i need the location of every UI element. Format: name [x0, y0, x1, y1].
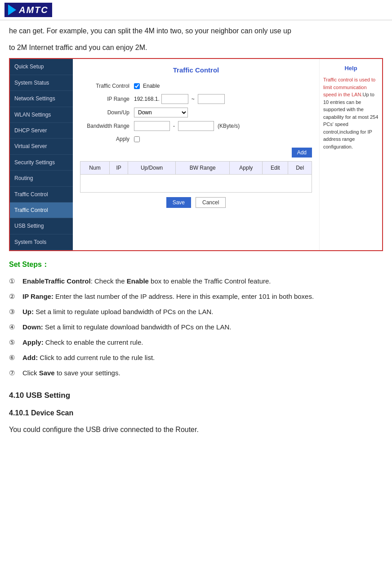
step-1-num: ①	[9, 276, 22, 287]
bandwidth-tilde: -	[173, 122, 175, 130]
table-header-row: Num IP Up/Down BW Range Apply Edit Del	[80, 161, 312, 174]
content: he can get. For example, you can split t…	[0, 20, 392, 445]
step-7-text: Click Save to save your settings.	[22, 368, 120, 378]
step-4-text: Down: Set a limit to regulate download b…	[22, 322, 231, 333]
col-del: Del	[288, 161, 312, 174]
sidebar-item-quick-setup[interactable]: Quick Setup	[10, 59, 73, 75]
step-4-bold: Down:	[22, 323, 43, 331]
step-6: ⑥ Add: Click to add current rule to the …	[9, 352, 383, 363]
step-5: ⑤ Apply: Check to enable the current rul…	[9, 337, 383, 348]
help-text: Traffic control is used to limit communi…	[323, 76, 379, 150]
kbyte-label: (KByte/s)	[218, 122, 240, 130]
step-6-bold: Add:	[22, 354, 38, 361]
ip-range-label: IP Range	[80, 94, 134, 104]
col-updown: Up/Down	[128, 161, 176, 174]
step-1-bold2: Enable	[127, 277, 149, 285]
intro-line2: to 2M Internet traffic and you can enjoy…	[9, 41, 383, 54]
help-title: Help	[323, 63, 379, 73]
help-panel: Help Traffic control is used to limit co…	[319, 59, 382, 250]
table-row-empty	[80, 175, 312, 193]
apply-checkbox[interactable]	[134, 136, 140, 142]
sidebar-item-virtual-server[interactable]: Virtual Server	[10, 139, 73, 154]
step-2-text: IP Range: Enter the last number of the I…	[22, 291, 314, 302]
add-btn-container: Add	[80, 148, 312, 159]
enable-label: Enable	[143, 81, 160, 90]
step-2-num: ②	[9, 291, 22, 302]
step-2-bold: IP Range:	[22, 292, 53, 300]
help-text-highlight: Traffic control is used to limit communi…	[323, 77, 375, 97]
sidebar-item-network-settings[interactable]: Network Settings	[10, 91, 73, 107]
downup-label: Down/Up	[80, 108, 134, 117]
enable-row: Traffic Control Enable	[80, 81, 312, 90]
downup-row: Down/Up Down Up	[80, 108, 312, 117]
bandwidth-row: Bandwidth Range - (KByte/s)	[80, 121, 312, 131]
set-steps-title: Set Steps：	[9, 258, 383, 270]
ip-range-inputs: 192.168.1. ~	[134, 94, 225, 104]
step-7-num: ⑦	[9, 368, 22, 378]
sidebar-item-system-tools[interactable]: System Tools	[10, 234, 73, 250]
main-panel: Traffic Control Traffic Control Enable I…	[73, 59, 319, 250]
ip-range-start-input[interactable]	[161, 94, 188, 104]
col-bwrange: BW Range	[175, 161, 229, 174]
step-6-num: ⑥	[9, 352, 22, 363]
col-ip: IP	[109, 161, 128, 174]
intro-line1: he can get. For example, you can split t…	[9, 25, 383, 37]
header: AMTC	[0, 0, 392, 20]
step-6-text: Add: Click to add current rule to the ru…	[22, 352, 155, 363]
apply-label: Apply	[80, 135, 134, 144]
enable-checkbox[interactable]	[134, 83, 140, 89]
sidebar-item-routing[interactable]: Routing	[10, 171, 73, 186]
step-4-num: ④	[9, 322, 22, 333]
step-3-num: ③	[9, 306, 22, 317]
logo: AMTC	[4, 3, 52, 17]
step-5-text: Apply: Check to enable the current rule.	[22, 337, 143, 348]
bandwidth-inputs: - (KByte/s)	[134, 121, 240, 131]
add-button[interactable]: Add	[292, 148, 312, 158]
step-3-text: Up: Set a limit to regulate upload bandw…	[22, 306, 213, 317]
section-4101-text: You could configure the USB drive connec…	[9, 423, 383, 436]
step-1: ① EnableTraffic Control: Check the Enabl…	[9, 276, 383, 287]
ip-prefix: 192.168.1.	[134, 94, 160, 104]
col-edit: Edit	[263, 161, 288, 174]
cancel-button[interactable]: Cancel	[196, 197, 226, 208]
logo-arrow-icon	[8, 4, 16, 15]
step-2: ② IP Range: Enter the last number of the…	[9, 291, 383, 302]
sidebar-item-usb-setting[interactable]: USB Setting	[10, 218, 73, 234]
apply-row: Apply	[80, 135, 312, 144]
ip-range-end-input[interactable]	[198, 94, 225, 104]
step-1-bold: EnableTraffic Control	[22, 277, 91, 285]
sidebar-item-dhcp-server[interactable]: DHCP Server	[10, 123, 73, 139]
step-1-text: EnableTraffic Control: Check the Enable …	[22, 276, 271, 287]
step-7: ⑦ Click Save to save your settings.	[9, 368, 383, 378]
ip-range-row: IP Range 192.168.1. ~	[80, 94, 312, 104]
section-4101-heading: 4.10.1 Device Scan	[9, 407, 383, 419]
sidebar-item-system-status[interactable]: System Status	[10, 75, 73, 91]
downup-select[interactable]: Down Up	[134, 108, 188, 117]
section-410-heading: 4.10 USB Setting	[9, 389, 383, 402]
sidebar: Quick Setup System Status Network Settin…	[10, 59, 73, 250]
empty-cell	[80, 175, 312, 193]
screenshot-frame: Quick Setup System Status Network Settin…	[9, 58, 383, 251]
col-apply: Apply	[230, 161, 263, 174]
sidebar-item-wlan-settings[interactable]: WLAN Settings	[10, 107, 73, 123]
traffic-control-label: Traffic Control	[80, 81, 134, 90]
save-button[interactable]: Save	[166, 197, 191, 208]
step-3-bold: Up:	[22, 308, 34, 315]
sidebar-item-traffic-control-parent[interactable]: Traffic Control	[10, 187, 73, 202]
sidebar-item-traffic-control-active[interactable]: Traffic Control	[10, 202, 73, 218]
logo-text: AMTC	[19, 5, 49, 15]
step-4: ④ Down: Set a limit to regulate download…	[9, 322, 383, 333]
tilde-separator: ~	[192, 94, 195, 104]
bandwidth-max-input[interactable]	[178, 121, 214, 131]
step-5-bold: Apply:	[22, 338, 44, 346]
bandwidth-min-input[interactable]	[134, 121, 170, 131]
step-7-bold: Save	[39, 369, 55, 377]
bandwidth-label: Bandwidth Range	[80, 122, 134, 130]
enable-checkbox-group: Enable	[134, 81, 160, 90]
sidebar-item-security-settings[interactable]: Security Settings	[10, 155, 73, 171]
step-3: ③ Up: Set a limit to regulate upload ban…	[9, 306, 383, 317]
rule-table: Num IP Up/Down BW Range Apply Edit Del	[80, 161, 312, 193]
form-buttons: Save Cancel	[80, 197, 312, 208]
step-5-num: ⑤	[9, 337, 22, 348]
panel-title: Traffic Control	[80, 64, 312, 76]
